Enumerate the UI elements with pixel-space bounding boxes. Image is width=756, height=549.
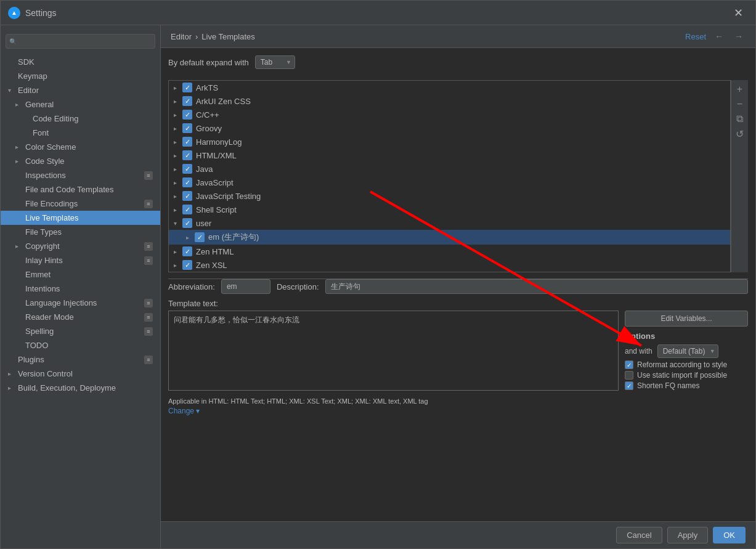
tree-item-cpp[interactable]: ▸C/C++ [169, 108, 730, 121]
sidebar-item-version-control[interactable]: ▸Version Control [1, 367, 160, 381]
tree-arrow-groovy: ▸ [174, 125, 182, 132]
description-input[interactable] [325, 279, 748, 294]
tree-arrow-arkts: ▸ [174, 84, 182, 91]
tree-checkbox-javascript-testing[interactable] [182, 191, 192, 201]
sidebar-item-copyright[interactable]: ▸Copyright≡ [1, 239, 160, 253]
sidebar-item-code-editing[interactable]: Code Editing [1, 112, 160, 126]
sidebar-badge-spelling: ≡ [144, 327, 153, 336]
sidebar-item-code-style[interactable]: ▸Code Style [1, 154, 160, 168]
sidebar-badge-reader-mode: ≡ [144, 313, 153, 322]
tree-item-javascript[interactable]: ▸JavaScript [169, 176, 730, 189]
sidebar-item-inlay-hints[interactable]: Inlay Hints≡ [1, 253, 160, 267]
tree-checkbox-zen-xsl[interactable] [182, 260, 192, 270]
change-link[interactable]: Change ▾ [168, 407, 200, 415]
tree-checkbox-java[interactable] [182, 164, 192, 174]
close-button[interactable]: ✕ [729, 4, 748, 22]
tree-checkbox-arkui-zen-css[interactable] [182, 96, 192, 106]
sidebar-item-todo[interactable]: TODO [1, 338, 160, 352]
reformat-checkbox-row: Reformat according to style [625, 360, 748, 369]
tree-item-zen-xsl[interactable]: ▸Zen XSL [169, 258, 730, 272]
sidebar-item-build-execution[interactable]: ▸Build, Execution, Deployme [1, 381, 160, 395]
sidebar-item-live-templates[interactable]: Live Templates [1, 211, 160, 225]
sidebar-item-keymap[interactable]: Keymap [1, 69, 160, 83]
static-import-label: Use static import if possible [637, 371, 727, 380]
sidebar-item-spelling[interactable]: Spelling≡ [1, 324, 160, 338]
tree-checkbox-html-xml[interactable] [182, 150, 192, 160]
tree-item-harmonylog[interactable]: ▸HarmonyLog [169, 135, 730, 148]
tree-action-revert[interactable]: ↺ [733, 127, 747, 140]
tree-label-javascript-testing: JavaScript Testing [196, 192, 725, 201]
expand-arrow-code-style: ▸ [15, 158, 24, 165]
tree-item-groovy[interactable]: ▸Groovy [169, 121, 730, 135]
tree-item-java[interactable]: ▸Java [169, 162, 730, 176]
sidebar-item-file-code-templates[interactable]: File and Code Templates [1, 182, 160, 197]
tree-item-html-xml[interactable]: ▸HTML/XML [169, 148, 730, 162]
window-title: Settings [25, 8, 729, 18]
options-expand-select[interactable]: Default (Tab)TabEnterSpace [657, 344, 718, 358]
sidebar-item-label-color-scheme: Color Scheme [25, 142, 153, 152]
sidebar-item-reader-mode[interactable]: Reader Mode≡ [1, 310, 160, 324]
expand-select[interactable]: TabEnterSpace [255, 55, 295, 69]
tree-checkbox-shell-script[interactable] [182, 205, 192, 214]
sidebar-item-intentions[interactable]: Intentions [1, 282, 160, 296]
tree-arrow-javascript-testing: ▸ [174, 193, 182, 200]
sidebar-item-emmet[interactable]: Emmet [1, 267, 160, 282]
apply-button[interactable]: Apply [667, 527, 709, 543]
sidebar-item-label-code-style: Code Style [25, 157, 153, 166]
options-section: Options and with Default (Tab)TabEnterSp… [625, 331, 748, 392]
tree-checkbox-javascript[interactable] [182, 177, 192, 187]
cancel-button[interactable]: Cancel [616, 527, 662, 543]
tree-checkbox-zen-html[interactable] [182, 246, 192, 256]
sidebar-item-file-types[interactable]: File Types [1, 225, 160, 239]
sidebar-item-label-sdk: SDK [18, 57, 153, 67]
tree-checkbox-groovy[interactable] [182, 123, 192, 133]
shorten-fq-label: Shorten FQ names [637, 381, 699, 390]
sidebar-item-general[interactable]: ▸General [1, 97, 160, 112]
static-import-checkbox[interactable] [625, 371, 633, 380]
sidebar-item-editor[interactable]: ▾Editor [1, 83, 160, 97]
tree-arrow-zen-html: ▸ [174, 248, 182, 255]
tree-item-arkui-zen-css[interactable]: ▸ArkUI Zen CSS [169, 94, 730, 108]
sidebar-item-file-encodings[interactable]: File Encodings≡ [1, 197, 160, 211]
tree-checkbox-em[interactable] [195, 232, 205, 242]
sidebar-item-plugins[interactable]: Plugins≡ [1, 352, 160, 367]
sidebar-item-language-injections[interactable]: Language Injections≡ [1, 296, 160, 310]
template-textarea[interactable] [168, 311, 619, 391]
nav-back-button[interactable]: ← [712, 30, 726, 43]
reformat-checkbox[interactable] [625, 360, 633, 369]
edit-variables-button[interactable]: Edit Variables... [625, 311, 748, 327]
expand-with-label: By default expand with [168, 58, 249, 67]
sidebar-item-label-language-injections: Language Injections [25, 298, 144, 307]
tree-item-zen-html[interactable]: ▸Zen HTML [169, 245, 730, 258]
tree-checkbox-cpp[interactable] [182, 110, 192, 120]
reset-button[interactable]: Reset [685, 32, 706, 41]
sidebar-item-font[interactable]: Font [1, 126, 160, 140]
main-content: By default expand with TabEnterSpace ▸Ar… [161, 48, 755, 521]
sidebar-item-color-scheme[interactable]: ▸Color Scheme [1, 140, 160, 154]
nav-forward-button[interactable]: → [732, 30, 746, 43]
tree-item-em[interactable]: ▸em (生产诗句) [169, 230, 730, 245]
search-input[interactable] [6, 34, 155, 49]
tree-arrow-java: ▸ [174, 166, 182, 173]
tree-action-copy[interactable]: ⧉ [733, 112, 747, 126]
shorten-fq-checkbox[interactable] [625, 381, 633, 390]
tree-item-arkts[interactable]: ▸ArkTS [169, 81, 730, 94]
tree-item-shell-script[interactable]: ▸Shell Script [169, 203, 730, 216]
sidebar-item-inspections[interactable]: Inspections≡ [1, 168, 160, 182]
tree-action-add[interactable]: + [733, 83, 747, 96]
tree-area: ▸ArkTS▸ArkUI Zen CSS▸C/C++▸Groovy▸Harmon… [168, 80, 748, 272]
abbreviation-input[interactable] [221, 279, 270, 294]
tree-item-javascript-testing[interactable]: ▸JavaScript Testing [169, 189, 730, 203]
tree-checkbox-user[interactable] [182, 218, 192, 228]
breadcrumb-sep: › [195, 32, 198, 41]
ok-button[interactable]: OK [713, 527, 746, 543]
tree-label-harmonylog: HarmonyLog [196, 137, 725, 147]
tree-action-remove[interactable]: − [733, 97, 747, 111]
sidebar-item-sdk[interactable]: SDK [1, 55, 160, 69]
tree-checkbox-arkts[interactable] [182, 83, 192, 92]
breadcrumb-parent[interactable]: Editor [171, 32, 192, 41]
tree-label-arkts: ArkTS [196, 83, 725, 92]
expand-arrow-general: ▸ [15, 101, 24, 108]
tree-checkbox-harmonylog[interactable] [182, 137, 192, 147]
tree-item-user[interactable]: ▾user [169, 216, 730, 230]
